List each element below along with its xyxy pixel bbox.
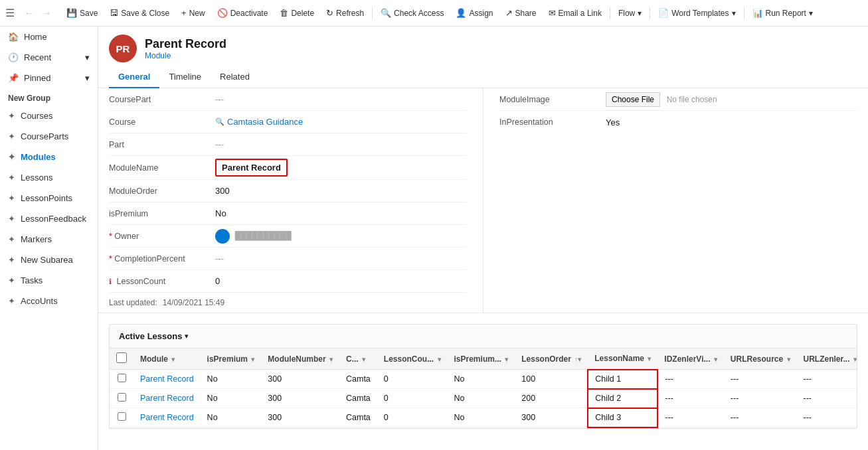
form-container: CoursePart --- Course Camtasia Guidance … (98, 88, 868, 313)
new-button[interactable]: + New (176, 5, 211, 21)
sidebar-item-recent[interactable]: 🕐 Recent ▾ (0, 47, 98, 68)
email-link-button[interactable]: ✉ Email a Link (543, 5, 607, 21)
related-header: Active Lessons ▾ (110, 325, 857, 348)
no-file-text: No file chosen (667, 95, 717, 104)
word-templates-button[interactable]: 📄 Word Templates ▾ (653, 5, 740, 21)
assign-button[interactable]: 👤 Assign (450, 5, 498, 21)
cell-idzenvii: --- (657, 370, 723, 389)
col-header-ispremium2[interactable]: isPremium... ▾ (448, 348, 515, 370)
sidebar-item-lessonfeedback[interactable]: ✦ LessonFeedback (0, 208, 98, 229)
delete-button[interactable]: 🗑 Delete (274, 5, 319, 21)
row-checkbox-2[interactable] (118, 412, 126, 421)
courses-icon: ✦ (8, 111, 15, 121)
sort-ispremium-icon: ▾ (251, 356, 254, 363)
label-inpresentation: InPresentation (499, 117, 606, 127)
cell-modulenumber: 300 (261, 389, 339, 408)
cell-urlzenler: --- (797, 370, 857, 389)
main-layout: 🏠 Home 🕐 Recent ▾ 📌 Pinned ▾ New Group ✦… (0, 27, 868, 450)
avatar: PR (109, 35, 137, 62)
col-header-ispremium[interactable]: isPremium ▾ (201, 348, 262, 370)
value-completionpercent: --- (215, 254, 467, 263)
row-checkbox-1[interactable] (118, 393, 126, 402)
record-title-block: Parent Record Module (145, 37, 226, 60)
run-report-button[interactable]: 📊 Run Report ▾ (747, 5, 818, 21)
col-header-urlzenler[interactable]: URLZenler... ▾ (797, 348, 857, 370)
col-header-modulenumber[interactable]: ModuleNumber ▾ (261, 348, 339, 370)
cell-ispremium: No (201, 370, 262, 389)
sidebar-item-newsubarea[interactable]: ✦ New Subarea (0, 250, 98, 270)
choose-file-button[interactable]: Choose File (606, 92, 660, 107)
col-header-urlresource[interactable]: URLResource ▾ (724, 348, 797, 370)
sidebar-item-lessonpoints[interactable]: ✦ LessonPoints (0, 188, 98, 208)
sidebar-item-markers[interactable]: ✦ Markers (0, 229, 98, 250)
sidebar-item-courses[interactable]: ✦ Courses (0, 106, 98, 126)
hamburger-menu[interactable]: ☰ (5, 7, 15, 19)
value-lessoncount: 0 (215, 276, 467, 286)
section-chevron-icon[interactable]: ▾ (185, 332, 189, 340)
sidebar-item-modules[interactable]: ✦ Modules (0, 147, 98, 167)
check-access-button[interactable]: 🔍 Check Access (375, 5, 449, 21)
lessons-icon: ✦ (8, 173, 15, 183)
record-subtitle[interactable]: Module (145, 51, 226, 60)
sidebar-item-tasks[interactable]: ✦ Tasks (0, 270, 98, 291)
col-header-idzenvii[interactable]: IDZenlerVi... ▾ (657, 348, 723, 370)
cell-idzenvii: --- (657, 408, 723, 427)
forward-button[interactable]: → (39, 6, 54, 21)
label-owner: Owner (109, 232, 215, 241)
value-course[interactable]: Camtasia Guidance (215, 117, 467, 127)
save-button[interactable]: 💾 Save (61, 5, 103, 21)
tab-general[interactable]: General (109, 66, 159, 88)
label-ispremium: isPremium (109, 209, 215, 218)
email-icon: ✉ (549, 8, 556, 18)
sidebar-item-pinned[interactable]: 📌 Pinned ▾ (0, 68, 98, 88)
back-button[interactable]: ← (21, 6, 37, 21)
row-checkbox-0[interactable] (118, 374, 126, 382)
form-row-owner: Owner ██████████ (109, 225, 467, 248)
toolbar-divider-3 (650, 7, 650, 20)
cell-urlzenler: --- (797, 408, 857, 427)
lessonpoints-icon: ✦ (8, 193, 15, 203)
cell-module[interactable]: Parent Record (133, 389, 201, 408)
cell-lessonorder: 200 (515, 389, 588, 408)
table-body: Parent RecordNo300Camta0No100Child 1----… (110, 370, 857, 427)
deactivate-button[interactable]: 🚫 Deactivate (212, 5, 274, 21)
sidebar-item-lessons[interactable]: ✦ Lessons (0, 167, 98, 188)
save-close-button[interactable]: 🖫 Save & Close (104, 5, 175, 21)
cell-c: Camta (339, 408, 377, 427)
col-header-c[interactable]: C... ▾ (339, 348, 377, 370)
owner-avatar (215, 229, 230, 244)
related-title: Active Lessons (119, 331, 182, 341)
tasks-icon: ✦ (8, 275, 15, 285)
label-moduleorder: ModuleOrder (109, 187, 215, 196)
flow-button[interactable]: Flow ▾ (613, 6, 647, 21)
sidebar-item-courseparts[interactable]: ✦ CourseParts (0, 126, 98, 147)
col-header-module[interactable]: Module ▾ (133, 348, 201, 370)
sort-lessonname-icon: ▾ (648, 355, 651, 362)
info-icon: ℹ (109, 277, 112, 285)
col-header-lessoncou[interactable]: LessonCou... ▾ (377, 348, 448, 370)
col-header-lessonname[interactable]: LessonName ▾ (588, 348, 657, 370)
label-part: Part (109, 140, 215, 149)
select-all-checkbox[interactable] (116, 352, 127, 363)
refresh-button[interactable]: ↻ Refresh (321, 5, 369, 21)
col-checkbox (110, 348, 133, 370)
col-header-lessonorder[interactable]: LessonOrder ↑▾ (515, 348, 588, 370)
cell-lessonname: Child 3 (588, 408, 657, 427)
share-icon: ↗ (505, 8, 513, 18)
cell-module[interactable]: Parent Record (133, 370, 201, 389)
tab-timeline[interactable]: Timeline (159, 66, 211, 88)
share-button[interactable]: ↗ Share (500, 5, 542, 21)
sidebar-item-home[interactable]: 🏠 Home (0, 27, 98, 47)
cell-urlresource: --- (724, 408, 797, 427)
flow-chevron-icon: ▾ (638, 9, 642, 18)
last-updated: Last updated: 14/09/2021 15:49 (109, 293, 467, 313)
form-left: CoursePart --- Course Camtasia Guidance … (109, 88, 483, 313)
value-part: --- (215, 139, 467, 149)
cell-module[interactable]: Parent Record (133, 408, 201, 427)
tab-related[interactable]: Related (211, 66, 259, 88)
sort-urlzenler-icon: ▾ (853, 356, 857, 363)
refresh-icon: ↻ (326, 8, 333, 18)
table-row: Parent RecordNo300Camta0No100Child 1----… (110, 370, 857, 389)
sidebar-item-accounts[interactable]: ✦ AccoUnts (0, 291, 98, 311)
table-row: Parent RecordNo300Camta0No300Child 3----… (110, 408, 857, 427)
